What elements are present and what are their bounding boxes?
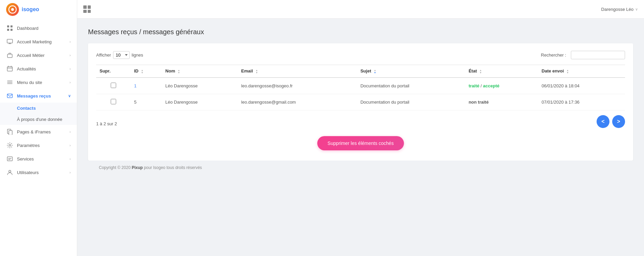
search-wrap: Rechercher : <box>541 51 625 59</box>
sidebar-item-utilisateurs-label: Utilisateurs <box>17 170 39 175</box>
chevron-right-icon: › <box>69 143 71 147</box>
calendar-icon <box>6 66 14 72</box>
row1-nom: Léo Darengosse <box>162 78 238 94</box>
main-content: Darengosse Léo ∨ Messages reçus / messag… <box>77 0 644 256</box>
sidebar: isogeo Dashboard Accueil Marketing › Acc… <box>0 0 77 256</box>
sidebar-item-dashboard[interactable]: Dashboard <box>0 21 77 35</box>
sidebar-item-utilisateurs[interactable]: Utilisateurs › <box>0 166 77 179</box>
logo: isogeo <box>0 0 77 19</box>
sidebar-subitem-apropos-label: À propos d'une donnée <box>17 117 62 122</box>
row1-id-link[interactable]: 1 <box>134 83 136 88</box>
col-etat[interactable]: État ▲▼ <box>465 65 538 78</box>
col-nom[interactable]: Nom ▲▼ <box>162 65 238 78</box>
sidebar-item-messages-recus[interactable]: Messages reçus ∨ <box>0 89 77 103</box>
pagination-info: 1 à 2 sur 2 <box>96 121 117 126</box>
sidebar-item-accueil-metier-label: Accueil Métier <box>17 53 45 58</box>
chevron-down-icon: ∨ <box>68 94 71 98</box>
svg-rect-2 <box>7 25 9 27</box>
row2-id: 5 <box>131 94 162 110</box>
logo-text: isogeo <box>22 6 39 12</box>
footer-copyright: Copyright © 2020 <box>99 165 132 170</box>
col-id[interactable]: ID ▲▼ <box>131 65 162 78</box>
user-menu[interactable]: Darengosse Léo ∨ <box>601 7 638 12</box>
table-row: 5 Léo Darengosse leo.darengosse@gmail.co… <box>96 94 625 110</box>
gear-icon <box>6 142 14 148</box>
pages-icon <box>6 129 14 135</box>
row1-checkbox-cell <box>96 78 131 94</box>
row2-checkbox[interactable] <box>111 99 116 104</box>
table-footer: 1 à 2 sur 2 < > <box>96 115 625 128</box>
sidebar-item-services-label: Services <box>17 156 34 162</box>
col-sujet[interactable]: Sujet ▲▼ <box>357 65 465 78</box>
sidebar-item-accueil-marketing-label: Accueil Marketing <box>17 39 52 44</box>
user-icon <box>6 169 14 175</box>
row1-etat: traité / accepté <box>465 78 538 94</box>
row1-status-treated: traité <box>469 83 479 88</box>
delete-button-wrap: Supprimer les éléments cochés <box>96 136 625 150</box>
sidebar-subitem-apropos[interactable]: À propos d'une donnée <box>0 114 77 125</box>
sort-nom-icon: ▲▼ <box>178 69 180 74</box>
topbar: Darengosse Léo ∨ <box>77 0 644 19</box>
row2-email: leo.darengosse@gmail.com <box>238 94 357 110</box>
sort-date-icon: ▲▼ <box>566 69 569 74</box>
afficher-label: Afficher <box>96 52 111 58</box>
svg-rect-9 <box>7 94 13 98</box>
row1-status-sep: / <box>479 83 483 88</box>
sidebar-item-services[interactable]: Services › <box>0 152 77 166</box>
sidebar-item-accueil-metier[interactable]: Accueil Métier › <box>0 48 77 62</box>
sort-etat-icon: ▲▼ <box>479 69 482 74</box>
svg-rect-4 <box>7 29 9 31</box>
table-row: 1 Léo Darengosse leo.darengosse@isogeo.f… <box>96 78 625 94</box>
search-input[interactable] <box>571 51 625 59</box>
row2-checkbox-cell <box>96 94 131 110</box>
sidebar-item-messages-recus-label: Messages reçus <box>17 93 51 99</box>
data-table: Supr. ID ▲▼ Nom ▲▼ Email ▲▼ <box>96 65 625 110</box>
sidebar-item-parametres-label: Paramètres <box>17 143 40 148</box>
svg-point-12 <box>9 145 11 146</box>
sidebar-item-pages-iframes-label: Pages & iFrames <box>17 129 51 134</box>
briefcase-icon <box>6 52 14 58</box>
chevron-right-icon: › <box>69 80 71 84</box>
svg-rect-11 <box>9 131 12 135</box>
row2-etat: non traité <box>465 94 538 110</box>
col-email[interactable]: Email ▲▼ <box>238 65 357 78</box>
sidebar-nav: Dashboard Accueil Marketing › Accueil Mé… <box>0 19 77 256</box>
chevron-right-icon: › <box>69 67 71 71</box>
pagination-buttons: < > <box>597 115 625 128</box>
menu-icon <box>6 79 14 85</box>
chevron-right-icon: › <box>69 157 71 161</box>
grid-apps-icon[interactable] <box>83 5 91 13</box>
footer: Copyright © 2020 Pixup pour Isogeo tous … <box>88 161 633 175</box>
sidebar-item-actualites[interactable]: Actualités › <box>0 62 77 76</box>
col-supr: Supr. <box>96 65 131 78</box>
envelope-icon <box>6 93 14 99</box>
services-icon <box>6 156 14 162</box>
svg-rect-6 <box>7 39 13 43</box>
sidebar-subitem-contacts[interactable]: Contacts <box>0 103 77 114</box>
next-page-button[interactable]: > <box>612 115 625 128</box>
user-name: Darengosse Léo <box>601 7 634 12</box>
sidebar-item-menu-du-site[interactable]: Menu du site › <box>0 76 77 89</box>
footer-brand: Pixup <box>132 165 143 170</box>
rows-per-page-select[interactable]: 10 5 25 50 100 <box>113 51 130 59</box>
footer-suffix: pour Isogeo tous droits réservés <box>143 165 202 170</box>
svg-point-1 <box>11 8 14 11</box>
delete-checked-button[interactable]: Supprimer les éléments cochés <box>317 136 404 150</box>
sidebar-item-parametres[interactable]: Paramètres › <box>0 138 77 152</box>
main-card: Afficher 10 5 25 50 100 lignes Recherche… <box>88 43 633 161</box>
svg-point-14 <box>9 170 11 172</box>
row1-checkbox[interactable] <box>111 83 116 88</box>
col-date-envoi[interactable]: Date envoi ▲▼ <box>538 65 625 78</box>
svg-rect-13 <box>7 157 13 161</box>
dashboard-icon <box>6 25 14 31</box>
sidebar-item-pages-iframes[interactable]: Pages & iFrames › <box>0 125 77 138</box>
logo-icon <box>6 3 19 16</box>
prev-page-button[interactable]: < <box>597 115 609 128</box>
chevron-right-icon: › <box>69 40 71 44</box>
chevron-right-icon: › <box>69 130 71 134</box>
sidebar-subitem-contacts-label: Contacts <box>17 106 36 111</box>
row1-email: leo.darengosse@isogeo.fr <box>238 78 357 94</box>
row2-status: non traité <box>469 100 489 105</box>
table-controls: Afficher 10 5 25 50 100 lignes Recherche… <box>96 51 625 59</box>
sidebar-item-accueil-marketing[interactable]: Accueil Marketing › <box>0 35 77 48</box>
